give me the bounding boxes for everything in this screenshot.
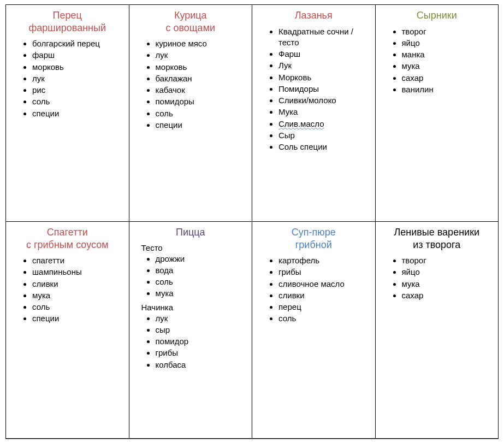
recipe-title-lenivye-vareniki: Ленивые вареники из творога [378, 226, 496, 251]
ingredient-item: колбаса [156, 359, 250, 370]
recipe-title-spagetti-s-gribnym-sousom: Спагетти с грибным соусом [8, 226, 127, 251]
ingredient-item: лук [156, 50, 250, 61]
recipe-title-sup-pyure-gribnoy: Суп-пюре грибной [254, 226, 373, 251]
ingredient-item: яйцо [402, 267, 496, 278]
ingredient-item: сливки [32, 279, 127, 290]
ingredient-item: Сливки/молоко [278, 95, 373, 106]
recipe-cell: ПиццаТестодрожживодасольмукаНачинкалуксы… [129, 222, 252, 439]
ingredient-item: Фарш [278, 49, 373, 60]
recipe-cell: Ленивые вареники из творогатворогяйцомук… [375, 222, 499, 439]
ingredients-list: творогяйцомукасахар [378, 255, 496, 301]
ingredient-item: сахар [402, 73, 496, 84]
ingredient-item: Лук [278, 60, 373, 71]
ingredient-item: помидоры [156, 96, 250, 107]
ingredient-item: Слив.масло [278, 119, 373, 129]
ingredient-item: помидор [156, 336, 250, 347]
recipe-grid-row: Спагетти с грибным соусомспагеттишампинь… [6, 222, 499, 439]
ingredient-item: сыр [156, 325, 250, 335]
ingredient-item: мука [402, 61, 496, 72]
recipe-grid-row: Перец фарширован­ныйболгарский перецфарш… [6, 5, 499, 222]
recipe-title-syrniki: Сырники [378, 9, 496, 22]
recipe-title-kuritsa-s-ovoshchami: Курица с овощами [132, 9, 250, 34]
ingredient-item: грибы [278, 267, 373, 278]
recipe-title-pitstsa: Пицца [132, 226, 250, 239]
ingredients-list: спагеттишампиньонысливкимукасольспеции [8, 255, 127, 325]
ingredients-section-label: Начинка [141, 303, 250, 312]
ingredient-item: сливки [278, 290, 373, 301]
ingredient-item: мука [402, 279, 496, 290]
ingredients-list: картофельгрибысливочное маслосливкиперец… [254, 255, 373, 325]
ingredient-item: творог [402, 26, 496, 37]
ingredient-item: Сыр [278, 130, 373, 141]
ingredient-item: Квадратные сочни /тесто [278, 26, 373, 49]
ingredient-item: баклажан [156, 73, 250, 84]
recipe-cell: Суп-пюре грибнойкартофельгрибысливочное … [252, 222, 376, 439]
ingredient-item: яйцо [402, 38, 496, 49]
ingredient-item: манка [402, 49, 496, 60]
ingredient-item: Морковь [278, 72, 373, 83]
ingredient-item: соль [156, 276, 250, 287]
ingredient-item: соль [156, 108, 250, 119]
ingredients-list: дрожживодасольмука [132, 254, 250, 299]
ingredient-item: грибы [156, 347, 250, 358]
ingredient-item: соль [32, 302, 127, 313]
ingredient-item: мука [32, 290, 127, 301]
ingredient-item: вода [156, 265, 250, 276]
recipe-title-perets-farshirovannyy: Перец фарширован­ный [8, 9, 127, 34]
ingredient-item: специи [156, 120, 250, 131]
ingredient-item: картофель [278, 255, 373, 266]
ingredient-item: Соль специи [278, 142, 373, 152]
ingredient-item: фарш [32, 50, 127, 61]
recipe-cell: ЛазаньяКвадратные сочни /тестоФаршЛукМор… [252, 5, 376, 222]
ingredient-item: куриное мясо [156, 38, 250, 49]
ingredients-list: Квадратные сочни /тестоФаршЛукМорковьПом… [254, 26, 373, 153]
ingredient-item: болгарский перец [32, 38, 127, 49]
ingredient-item: кабачок [156, 85, 250, 96]
recipe-cell: Сырникитворогяйцоманкамукасахарванилин [375, 5, 499, 222]
ingredient-item: морковь [156, 62, 250, 73]
ingredient-item: соль [278, 313, 373, 324]
ingredients-list: творогяйцоманкамукасахарванилин [378, 26, 496, 96]
recipe-grid-table: Перец фарширован­ныйболгарский перецфарш… [5, 4, 499, 439]
recipe-grid-sheet: Перец фарширован­ныйболгарский перецфарш… [5, 4, 499, 439]
recipe-cell: Спагетти с грибным соусомспагеттишампинь… [6, 222, 129, 439]
ingredient-item: Мука [278, 107, 373, 117]
ingredients-section-label: Тесто [141, 243, 250, 252]
recipe-title-lazanya: Лазанья [254, 9, 373, 22]
recipe-cell: Курица с овощамикуриное мясолукморковьба… [129, 5, 252, 222]
ingredient-item: Помидоры [278, 84, 373, 95]
ingredients-list: куриное мясолукморковьбаклажанкабачокпом… [132, 38, 250, 131]
ingredient-item: сахар [402, 290, 496, 301]
ingredient-item: лук [32, 73, 127, 84]
ingredient-item: шампиньоны [32, 267, 127, 278]
ingredient-item: творог [402, 255, 496, 266]
ingredient-item: дрожжи [156, 254, 250, 264]
ingredients-list: болгарский перецфаршморковьлукриссольспе… [8, 38, 127, 119]
ingredient-item: соль [32, 96, 127, 107]
ingredient-item: специи [32, 313, 127, 324]
ingredient-item: лук [156, 313, 250, 324]
ingredient-item: перец [278, 302, 373, 313]
ingredient-item: рис [32, 85, 127, 96]
ingredients-list: луксырпомидоргрибыколбаса [132, 313, 250, 370]
ingredient-item: сливочное масло [278, 279, 373, 290]
ingredient-item: мука [156, 288, 250, 299]
ingredient-item: спагетти [32, 255, 127, 266]
recipe-cell: Перец фарширован­ныйболгарский перецфарш… [6, 5, 129, 222]
ingredient-item: специи [32, 108, 127, 119]
ingredient-item: морковь [32, 62, 127, 73]
ingredient-item: ванилин [402, 84, 496, 95]
